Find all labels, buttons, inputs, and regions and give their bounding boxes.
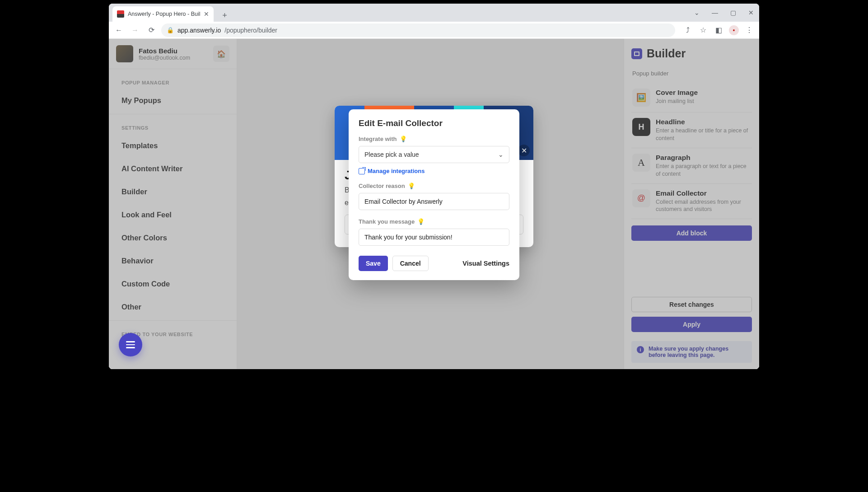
save-button[interactable]: Save (359, 256, 388, 271)
url-path: /popuphero/builder (224, 27, 277, 34)
hint-icon[interactable]: 💡 (417, 218, 425, 225)
nav-reload-button[interactable]: ⟳ (145, 24, 158, 37)
integrate-select-value: Please pick a value (364, 151, 419, 158)
browser-menu-icon[interactable]: ⋮ (743, 24, 756, 37)
lock-icon: 🔒 (167, 27, 174, 33)
external-link-icon (359, 168, 365, 174)
manage-integrations-link[interactable]: Manage integrations (359, 168, 509, 174)
integrate-label: Integrate with 💡 (359, 136, 509, 142)
sidepanel-icon[interactable]: ◧ (712, 24, 725, 37)
bookmark-icon[interactable]: ☆ (697, 24, 709, 37)
help-fab[interactable] (119, 333, 142, 356)
omnibox[interactable]: 🔒 app.answerly.io/popuphero/builder (161, 23, 675, 37)
hint-icon[interactable]: 💡 (400, 136, 407, 142)
share-icon[interactable]: ⤴ (681, 24, 694, 37)
preview-close-icon[interactable]: ✕ (518, 145, 530, 156)
modal-title: Edit E-mail Collector (359, 118, 509, 128)
browser-tabstrip: Answerly - Popup Hero - Buil ✕ + ⌄ — ▢ ✕ (109, 4, 759, 22)
integrate-select[interactable]: Please pick a value ⌄ (359, 146, 509, 163)
hint-icon[interactable]: 💡 (408, 183, 415, 189)
thank-you-label: Thank you message 💡 (359, 218, 509, 225)
nav-back-button[interactable]: ← (112, 24, 125, 37)
cancel-button[interactable]: Cancel (392, 256, 429, 271)
url-host: app.answerly.io (177, 27, 221, 34)
tab-search-icon[interactable]: ⌄ (691, 9, 702, 16)
browser-tab[interactable]: Answerly - Popup Hero - Buil ✕ (112, 6, 214, 22)
browser-toolbar: ← → ⟳ 🔒 app.answerly.io/popuphero/builde… (109, 22, 759, 39)
tab-favicon-icon (117, 10, 124, 18)
tab-close-icon[interactable]: ✕ (204, 10, 209, 18)
window-close-icon[interactable]: ✕ (746, 9, 756, 16)
new-tab-button[interactable]: + (218, 9, 231, 22)
collector-reason-label: Collector reason 💡 (359, 183, 509, 189)
nav-forward-button[interactable]: → (129, 24, 141, 37)
edit-email-collector-modal: Edit E-mail Collector Integrate with 💡 P… (349, 109, 519, 280)
profile-avatar[interactable]: • (728, 24, 740, 37)
visual-settings-button[interactable]: Visual Settings (462, 260, 509, 267)
collector-reason-input[interactable] (359, 193, 509, 210)
window-minimize-icon[interactable]: — (709, 9, 720, 16)
window-controls: ⌄ — ▢ ✕ (691, 4, 756, 22)
thank-you-input[interactable] (359, 229, 509, 246)
window-maximize-icon[interactable]: ▢ (728, 9, 738, 16)
chevron-down-icon: ⌄ (498, 151, 504, 158)
menu-icon (126, 341, 135, 348)
tab-title: Answerly - Popup Hero - Buil (128, 11, 200, 17)
